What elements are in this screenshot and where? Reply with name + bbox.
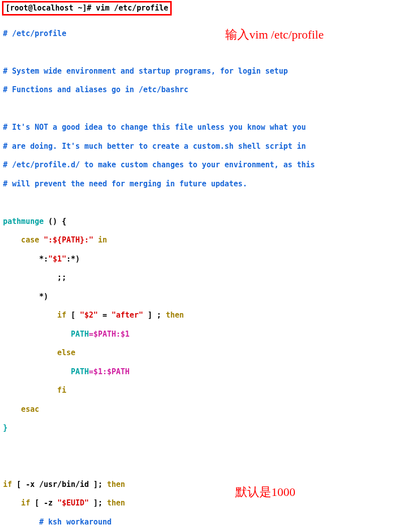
command-prompt[interactable]: [root@localhost ~]# vim /etc/profile [6,4,168,13]
code-line: PATH=$PATH:$1 [3,330,400,339]
comment-line: # ksh workaround [3,517,400,527]
comment-line: # /etc/profile [3,29,400,39]
code-line: pathmunge () { [3,217,400,226]
code-line: fi [3,386,400,395]
comment-line: # are doing. It's much better to create … [3,142,400,151]
code-line: ;; [3,273,400,283]
code-line: else [3,348,400,358]
code-line: if [ -z "$EUID" ]; then [3,498,400,508]
code-line: case ":${PATH}:" in [3,235,400,245]
comment-line: # Functions and aliases go in /etc/bashr… [3,85,400,95]
comment-line: # It's NOT a good idea to change this fi… [3,123,400,132]
command-prompt-box: [root@localhost ~]# vim /etc/profile [2,1,172,16]
comment-line: # /etc/profile.d/ to make custom changes… [3,160,400,170]
code-line: if [ -x /usr/bin/id ]; then [3,480,400,489]
code-line: if [ "$2" = "after" ] ; then [3,311,400,320]
code-line: esac [3,405,400,414]
code-line: *:"$1":*) [3,254,400,264]
code-line: } [3,423,400,433]
comment-line: # System wide environment and startup pr… [3,67,400,76]
code-line: PATH=$1:$PATH [3,367,400,377]
editor-content[interactable]: # /etc/profile # System wide environment… [0,18,403,532]
comment-line: # will prevent the need for merging in f… [3,179,400,189]
annotation-input-vim: 输入vim /etc/profile [225,27,324,42]
code-line: *) [3,292,400,302]
annotation-default-1000: 默认是1000 [235,484,295,499]
